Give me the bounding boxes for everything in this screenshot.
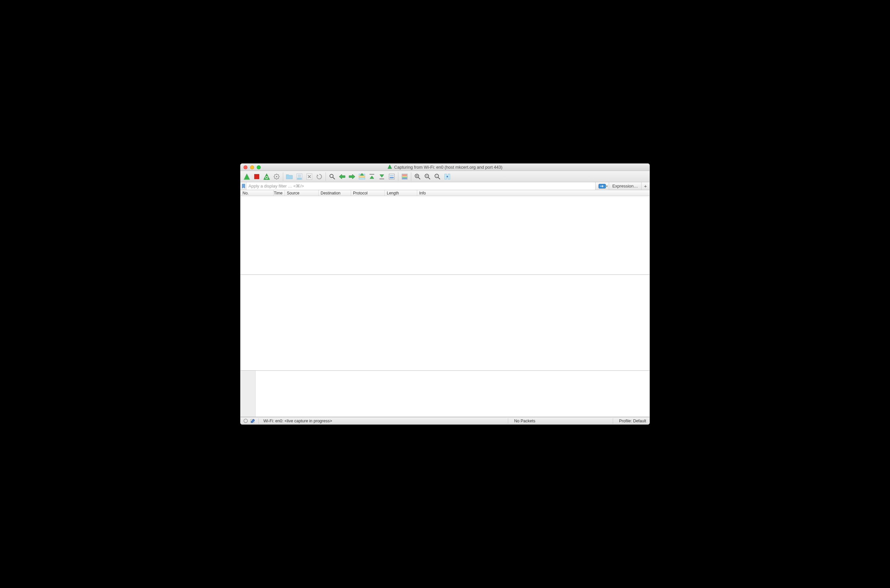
minimize-window-button[interactable] [250, 165, 254, 170]
svg-point-3 [276, 176, 277, 177]
apply-filter-button[interactable]: ▾ [595, 182, 609, 190]
toolbar-separator [411, 172, 411, 181]
packet-list-header: No. Time Source Destination Protocol Len… [240, 190, 650, 196]
statusbar-separator [613, 418, 613, 424]
column-header-source[interactable]: Source [285, 190, 319, 196]
status-bar: Wi-Fi: en0: <live capture in progress> N… [240, 417, 650, 424]
packet-bytes-pane[interactable] [240, 371, 650, 417]
display-filter-input[interactable] [246, 182, 595, 190]
expression-button[interactable]: Expression… [609, 182, 642, 190]
status-capture-text: Wi-Fi: en0: <live capture in progress> [261, 418, 332, 423]
status-packet-count: No Packets [511, 418, 610, 423]
display-filter-bar: ▾ Expression… + [240, 182, 650, 190]
svg-line-8 [275, 174, 275, 175]
window-controls [240, 165, 261, 170]
colorize-button[interactable] [400, 172, 410, 181]
svg-rect-24 [359, 178, 365, 179]
toolbar-separator [326, 172, 326, 181]
save-file-button[interactable] [294, 172, 305, 181]
add-filter-button[interactable]: + [642, 182, 650, 190]
go-to-packet-button[interactable] [357, 172, 367, 181]
column-label: Length [387, 191, 399, 195]
svg-rect-32 [402, 175, 407, 176]
column-header-length[interactable]: Length [385, 190, 417, 196]
restart-capture-button[interactable] [262, 172, 272, 181]
window-title-text: Capturing from Wi-Fi: en0 (host mkcert.o… [394, 165, 502, 170]
svg-point-20 [330, 174, 333, 178]
column-label: No. [243, 191, 249, 195]
go-forward-button[interactable] [347, 172, 357, 181]
open-file-button[interactable] [285, 172, 294, 181]
svg-line-21 [333, 177, 335, 179]
column-header-protocol[interactable]: Protocol [351, 190, 385, 196]
packet-detail-pane[interactable] [240, 275, 650, 371]
close-file-button[interactable] [305, 172, 314, 181]
svg-line-9 [278, 178, 279, 178]
column-label: Destination [321, 191, 341, 195]
zoom-window-button[interactable] [257, 165, 261, 170]
packet-list-pane[interactable] [240, 196, 650, 275]
svg-point-49 [244, 419, 248, 423]
first-packet-button[interactable] [367, 172, 377, 181]
zoom-out-button[interactable] [423, 172, 432, 181]
svg-rect-23 [359, 176, 365, 177]
app-window: Capturing from Wi-Fi: en0 (host mkcert.o… [240, 164, 650, 424]
start-capture-button[interactable] [242, 172, 252, 181]
go-back-button[interactable] [337, 172, 347, 181]
svg-line-11 [278, 174, 279, 175]
svg-rect-0 [254, 174, 259, 179]
chevron-down-icon: ▾ [606, 184, 608, 188]
column-header-destination[interactable]: Destination [319, 190, 351, 196]
toolbar-separator [283, 172, 283, 181]
svg-line-10 [275, 178, 275, 178]
column-header-no[interactable]: No. [240, 190, 274, 196]
column-label: Time [274, 191, 282, 195]
last-packet-button[interactable] [377, 172, 387, 181]
column-header-time[interactable]: Time [274, 190, 285, 196]
zoom-reset-button[interactable]: = [432, 172, 442, 181]
svg-rect-33 [402, 176, 407, 177]
find-button[interactable] [327, 172, 337, 181]
status-profile[interactable]: Profile: Default [616, 418, 650, 423]
column-header-info[interactable]: Info [417, 190, 650, 196]
svg-rect-27 [389, 174, 395, 179]
svg-rect-47 [448, 174, 450, 179]
statusbar-separator [258, 418, 259, 424]
svg-rect-16 [297, 178, 302, 179]
column-label: Source [287, 191, 299, 195]
svg-rect-35 [402, 178, 407, 179]
svg-text:=: = [436, 175, 437, 177]
svg-rect-30 [390, 177, 394, 178]
edit-capture-comment-button[interactable] [250, 418, 256, 423]
statusbar-separator [508, 418, 508, 424]
svg-line-44 [438, 177, 440, 179]
shark-fin-icon [387, 164, 392, 170]
auto-scroll-button[interactable] [387, 172, 397, 181]
expert-info-button[interactable] [243, 418, 248, 423]
column-label: Protocol [353, 191, 368, 195]
stop-capture-button[interactable] [252, 172, 262, 181]
titlebar-title: Capturing from Wi-Fi: en0 (host mkcert.o… [240, 164, 650, 170]
column-label: Info [419, 191, 426, 195]
svg-line-41 [428, 177, 430, 179]
zoom-in-button[interactable] [413, 172, 423, 181]
resize-columns-button[interactable] [442, 172, 452, 181]
toolbar-separator [398, 172, 398, 181]
svg-rect-34 [402, 177, 407, 178]
svg-line-37 [418, 177, 420, 179]
svg-rect-46 [445, 174, 447, 179]
add-filter-label: + [644, 183, 647, 189]
reload-button[interactable] [314, 172, 324, 181]
close-window-button[interactable] [243, 165, 248, 170]
expression-label: Expression… [612, 183, 638, 189]
filter-bookmark-button[interactable] [240, 182, 246, 190]
capture-options-button[interactable] [272, 172, 282, 181]
titlebar: Capturing from Wi-Fi: en0 (host mkcert.o… [240, 164, 650, 171]
bytes-gutter [240, 371, 256, 417]
main-toolbar: = [240, 171, 650, 182]
panes-container [240, 196, 650, 417]
